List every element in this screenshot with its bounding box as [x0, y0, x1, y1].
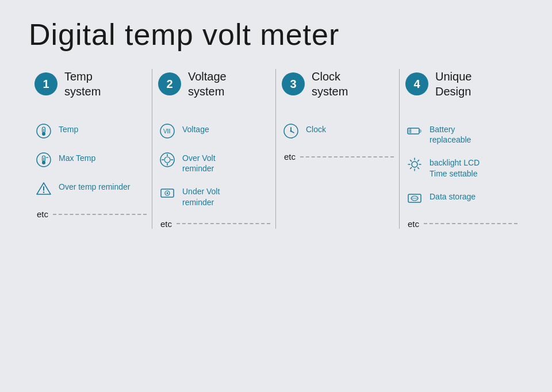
etc-row-4: etc	[405, 219, 518, 229]
etc-label-1: etc	[34, 209, 48, 219]
feature-backlight: backlight LCDTime settable	[405, 155, 518, 178]
feature-voltage: V Voltage	[158, 122, 270, 140]
feature-list-3: Clock	[282, 122, 394, 140]
over-temp-label: Over temp reminder	[59, 179, 130, 192]
over-volt-label: Over Voltreminder	[182, 151, 216, 174]
thermometer-icon	[34, 122, 53, 140]
columns-container: 1 Tempsystem Temp	[29, 69, 523, 229]
etc-dots-1	[53, 214, 147, 215]
col-title-3: Clocksystem	[312, 69, 348, 99]
badge-2: 2	[158, 72, 181, 95]
backlight-icon	[405, 155, 424, 174]
feature-over-volt: Over Voltreminder	[158, 151, 270, 174]
feature-temp: Temp	[34, 122, 147, 140]
badge-3: 3	[282, 72, 305, 95]
feature-list-1: Temp Max Temp	[34, 122, 147, 198]
svg-text:V: V	[163, 128, 167, 134]
badge-1: 1	[34, 72, 57, 95]
etc-dots-2	[177, 223, 270, 224]
warning-icon	[34, 179, 53, 198]
page-title: Digital temp volt meter	[29, 17, 523, 52]
column-2-header: 2 Voltagesystem	[158, 69, 270, 105]
svg-line-39	[417, 168, 419, 169]
column-3: 3 Clocksystem Clock	[276, 69, 400, 229]
svg-point-33	[412, 162, 417, 167]
voltage-icon: V	[158, 122, 177, 140]
svg-line-38	[411, 160, 412, 162]
etc-label-4: etc	[405, 219, 419, 229]
column-4-header: 4 UniqueDesign	[405, 69, 518, 105]
svg-point-12	[160, 124, 174, 138]
col-title-4: UniqueDesign	[435, 69, 471, 99]
clock-label: Clock	[306, 122, 326, 134]
etc-row-3: etc	[282, 152, 394, 162]
feature-list-2: V Voltage	[158, 122, 270, 207]
svg-rect-32	[409, 129, 412, 133]
etc-row-1: etc	[34, 209, 147, 219]
etc-dots-4	[424, 223, 518, 224]
col-title-1: Tempsystem	[64, 69, 101, 99]
battery-icon	[405, 122, 424, 140]
svg-point-28	[290, 130, 292, 132]
clock-icon	[282, 122, 300, 140]
over-volt-icon	[158, 151, 177, 169]
svg-line-41	[411, 168, 412, 169]
etc-row-2: etc	[158, 219, 270, 229]
voltage-label: Voltage	[182, 122, 209, 134]
column-3-header: 3 Clocksystem	[282, 69, 394, 105]
feature-clock: Clock	[282, 122, 394, 140]
column-2: 2 Voltagesystem V Voltage	[152, 69, 276, 229]
svg-rect-30	[419, 130, 421, 132]
column-4: 4 UniqueDesign Batteryreplaceable	[400, 69, 523, 229]
svg-point-11	[43, 191, 44, 193]
feature-storage: Data storage	[405, 189, 518, 207]
feature-under-volt: Under Voltreminder	[158, 184, 270, 207]
etc-label-2: etc	[158, 219, 172, 229]
feature-over-temp: Over temp reminder	[34, 179, 147, 198]
svg-point-17	[164, 157, 170, 163]
feature-battery: Batteryreplaceable	[405, 122, 518, 145]
column-1-header: 1 Tempsystem	[34, 69, 147, 105]
battery-label: Batteryreplaceable	[430, 122, 471, 145]
under-volt-icon	[158, 184, 177, 202]
under-volt-label: Under Voltreminder	[182, 184, 220, 207]
badge-4: 4	[405, 72, 428, 95]
etc-dots-3	[300, 156, 394, 157]
svg-line-40	[417, 160, 419, 162]
column-1: 1 Tempsystem Temp	[29, 69, 152, 229]
etc-label-3: etc	[282, 152, 296, 162]
feature-list-4: Batteryreplaceable	[405, 122, 518, 207]
temp-label: Temp	[59, 122, 78, 134]
col-title-2: Voltagesystem	[188, 69, 227, 99]
backlight-label: backlight LCDTime settable	[430, 155, 480, 178]
feature-max-temp: Max Temp	[34, 151, 147, 169]
page: Digital temp volt meter 1 Tempsystem	[0, 0, 552, 392]
max-temp-label: Max Temp	[59, 151, 95, 163]
storage-icon	[405, 189, 424, 207]
thermometer-max-icon	[34, 151, 53, 169]
storage-label: Data storage	[430, 189, 476, 202]
svg-point-24	[167, 193, 168, 194]
